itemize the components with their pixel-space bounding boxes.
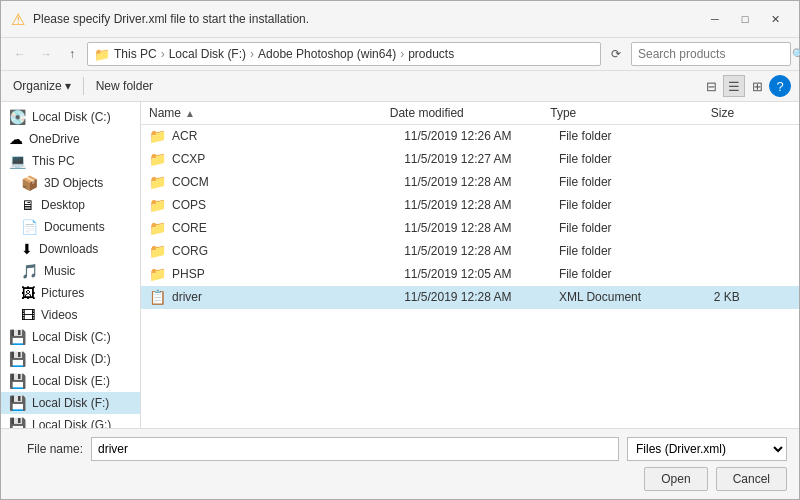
sidebar-label: Local Disk (G:) — [32, 418, 111, 428]
nav-bar: ← → ↑ 📁 This PC › Local Disk (F:) › Adob… — [1, 38, 799, 71]
title-bar-text: Please specify Driver.xml file to start … — [33, 12, 693, 26]
file-row[interactable]: 📁CCXP11/5/2019 12:27 AMFile folder — [141, 148, 799, 171]
sidebar-item-onedrive[interactable]: ☁ OneDrive — [1, 128, 140, 150]
sidebar-item-disk-c[interactable]: 💾 Local Disk (C:) — [1, 326, 140, 348]
sidebar-item-3d-objects[interactable]: 📦 3D Objects — [1, 172, 140, 194]
3d-objects-icon: 📦 — [21, 175, 38, 191]
file-date: 11/5/2019 12:28 AM — [404, 175, 559, 189]
sidebar-label: Local Disk (E:) — [32, 374, 110, 388]
action-row: Open Cancel — [13, 467, 787, 491]
file-name: COCM — [172, 175, 404, 189]
file-date: 11/5/2019 12:28 AM — [404, 198, 559, 212]
sidebar-item-documents[interactable]: 📄 Documents — [1, 216, 140, 238]
sidebar-label: Local Disk (C:) — [32, 330, 111, 344]
view-buttons: ⊟ ☰ ⊞ ? — [700, 75, 791, 97]
sidebar-label: 3D Objects — [44, 176, 103, 190]
help-button[interactable]: ? — [769, 75, 791, 97]
dialog: ⚠ Please specify Driver.xml file to star… — [0, 0, 800, 500]
breadcrumb-this-pc[interactable]: This PC — [114, 47, 157, 61]
videos-icon: 🎞 — [21, 307, 35, 323]
desktop-icon: 🖥 — [21, 197, 35, 213]
sidebar-item-disk-f[interactable]: 💾 Local Disk (F:) — [1, 392, 140, 414]
filename-input[interactable] — [91, 437, 619, 461]
sidebar-item-disk-g[interactable]: 💾 Local Disk (G:) — [1, 414, 140, 428]
organize-button[interactable]: Organize ▾ — [9, 77, 75, 95]
file-row[interactable]: 📁ACR11/5/2019 12:26 AMFile folder — [141, 125, 799, 148]
folder-icon: 📁 — [149, 266, 166, 282]
file-row[interactable]: 📁PHSP11/5/2019 12:05 AMFile folder — [141, 263, 799, 286]
column-name[interactable]: Name ▲ — [149, 106, 390, 120]
toolbar: Organize ▾ New folder ⊟ ☰ ⊞ ? — [1, 71, 799, 102]
file-name: CCXP — [172, 152, 404, 166]
column-size[interactable]: Size — [711, 106, 791, 120]
this-pc-icon: 💻 — [9, 153, 26, 169]
breadcrumb-products[interactable]: products — [408, 47, 454, 61]
refresh-button[interactable]: ⟳ — [605, 43, 627, 65]
file-name: CORG — [172, 244, 404, 258]
file-type: File folder — [559, 152, 714, 166]
documents-icon: 📄 — [21, 219, 38, 235]
file-type: File folder — [559, 221, 714, 235]
file-row[interactable]: 📁CORE11/5/2019 12:28 AMFile folder — [141, 217, 799, 240]
disk-g-icon: 💾 — [9, 417, 26, 428]
breadcrumb: This PC › Local Disk (F:) › Adobe Photos… — [114, 47, 454, 61]
main-area: 💽 Local Disk (C:) ☁ OneDrive 💻 This PC 📦… — [1, 102, 799, 428]
file-date: 11/5/2019 12:05 AM — [404, 267, 559, 281]
sidebar-item-local-c[interactable]: 💽 Local Disk (C:) — [1, 106, 140, 128]
content-area: Name ▲ Date modified Type Size 📁ACR11/5/… — [141, 102, 799, 428]
file-type: XML Document — [559, 290, 714, 304]
sidebar-label: Pictures — [41, 286, 84, 300]
file-name: ACR — [172, 129, 404, 143]
folder-icon: 📁 — [149, 151, 166, 167]
file-row[interactable]: 📁COCM11/5/2019 12:28 AMFile folder — [141, 171, 799, 194]
sidebar-item-downloads[interactable]: ⬇ Downloads — [1, 238, 140, 260]
file-rows-container: 📁ACR11/5/2019 12:26 AMFile folder📁CCXP11… — [141, 125, 799, 309]
sidebar-item-music[interactable]: 🎵 Music — [1, 260, 140, 282]
sidebar-item-this-pc[interactable]: 💻 This PC — [1, 150, 140, 172]
file-row[interactable]: 📁CORG11/5/2019 12:28 AMFile folder — [141, 240, 799, 263]
filetype-select[interactable]: Files (Driver.xml) — [627, 437, 787, 461]
sidebar-item-pictures[interactable]: 🖼 Pictures — [1, 282, 140, 304]
toolbar-separator — [83, 77, 84, 95]
back-button[interactable]: ← — [9, 43, 31, 65]
view-tiles-button[interactable]: ⊞ — [746, 75, 768, 97]
column-date[interactable]: Date modified — [390, 106, 551, 120]
sidebar-label: Documents — [44, 220, 105, 234]
folder-icon: 📁 — [149, 197, 166, 213]
onedrive-icon: ☁ — [9, 131, 23, 147]
breadcrumb-local-disk-f[interactable]: Local Disk (F:) — [169, 47, 246, 61]
sidebar-item-disk-e[interactable]: 💾 Local Disk (E:) — [1, 370, 140, 392]
open-button[interactable]: Open — [644, 467, 707, 491]
cancel-button[interactable]: Cancel — [716, 467, 787, 491]
sidebar-item-disk-d[interactable]: 💾 Local Disk (D:) — [1, 348, 140, 370]
new-folder-button[interactable]: New folder — [92, 77, 157, 95]
sidebar-label: OneDrive — [29, 132, 80, 146]
file-row[interactable]: 📋driver11/5/2019 12:28 AMXML Document2 K… — [141, 286, 799, 309]
forward-button[interactable]: → — [35, 43, 57, 65]
breadcrumb-adobe-photoshop[interactable]: Adobe Photoshop (win64) — [258, 47, 396, 61]
close-button[interactable]: ✕ — [761, 9, 789, 29]
sidebar-item-desktop[interactable]: 🖥 Desktop — [1, 194, 140, 216]
minimize-button[interactable]: ─ — [701, 9, 729, 29]
warning-icon: ⚠ — [11, 10, 25, 29]
file-type: File folder — [559, 129, 714, 143]
title-bar-controls: ─ □ ✕ — [701, 9, 789, 29]
sidebar-item-videos[interactable]: 🎞 Videos — [1, 304, 140, 326]
downloads-icon: ⬇ — [21, 241, 33, 257]
folder-icon: 📁 — [149, 220, 166, 236]
file-date: 11/5/2019 12:27 AM — [404, 152, 559, 166]
column-type[interactable]: Type — [550, 106, 711, 120]
folder-icon: 📁 — [149, 128, 166, 144]
search-input[interactable] — [638, 47, 788, 61]
pictures-icon: 🖼 — [21, 285, 35, 301]
title-bar: ⚠ Please specify Driver.xml file to star… — [1, 1, 799, 38]
view-details-button[interactable]: ☰ — [723, 75, 745, 97]
file-row[interactable]: 📁COPS11/5/2019 12:28 AMFile folder — [141, 194, 799, 217]
view-change-button[interactable]: ⊟ — [700, 75, 722, 97]
disk-f-icon: 💾 — [9, 395, 26, 411]
file-date: 11/5/2019 12:28 AM — [404, 290, 559, 304]
maximize-button[interactable]: □ — [731, 9, 759, 29]
breadcrumb-bar[interactable]: 📁 This PC › Local Disk (F:) › Adobe Phot… — [87, 42, 601, 66]
up-button[interactable]: ↑ — [61, 43, 83, 65]
disk-e-icon: 💾 — [9, 373, 26, 389]
